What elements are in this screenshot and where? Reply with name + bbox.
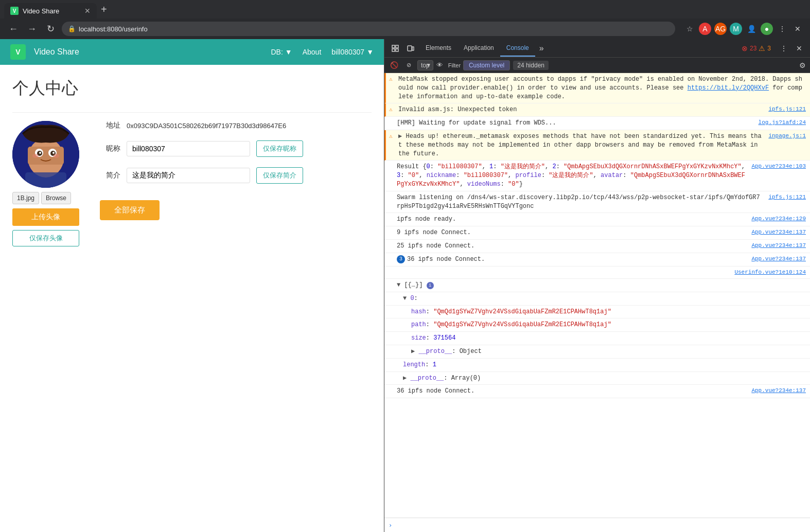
extension-icon[interactable]: ●: [761, 23, 773, 35]
tab-console[interactable]: Console: [500, 40, 535, 57]
log-source[interactable]: App.vue?234e:137: [745, 387, 806, 395]
log-source[interactable]: App.vue?234e:137: [745, 242, 806, 250]
log-entry: Userinfo.vue?1e10:124: [384, 267, 810, 279]
inspect-icon: [392, 45, 399, 52]
expand-arrow[interactable]: ▶: [403, 375, 407, 382]
metamask-link[interactable]: https://bit.ly/2QQHXvF: [688, 84, 769, 92]
log-source[interactable]: App.vue?234e:137: [745, 228, 806, 236]
nickname-row: 昵称 仅保存昵称: [100, 140, 372, 157]
log-content: [HMR] Waiting for update signal from WDS…: [397, 119, 752, 128]
clear-console-button[interactable]: 🚫: [389, 60, 400, 71]
menu-icon[interactable]: ⋮: [776, 23, 788, 35]
expand-arrow[interactable]: ▶: [411, 348, 415, 355]
log-source[interactable]: App.vue?234e:103: [745, 163, 806, 170]
log-entry: Result {0: "bill080307", 1: "这是我的简介", 2:…: [384, 161, 810, 191]
log-entry: [HMR] Waiting for update signal from WDS…: [384, 117, 810, 130]
star-icon[interactable]: ☆: [683, 23, 696, 35]
filter-toggle-button[interactable]: ⊘: [403, 60, 414, 71]
log-entry: size: 371564: [384, 332, 810, 345]
console-log: ⚠ MetaMask stopped exposing user account…: [384, 73, 810, 518]
log-content: ▶ __proto__: Array(0): [403, 374, 806, 383]
log-content: 36 ipfs node Connect.: [397, 387, 745, 396]
filter-button[interactable]: Filter: [449, 60, 460, 71]
nav-db[interactable]: DB: ▼: [271, 48, 292, 56]
more-tabs-button[interactable]: »: [535, 44, 548, 53]
url-input[interactable]: [79, 25, 669, 33]
warn-icon: ⚠: [389, 133, 393, 140]
expand-arrow[interactable]: ▼: [403, 295, 407, 302]
log-source[interactable]: log.js?1afd:24: [752, 119, 806, 127]
back-button[interactable]: ←: [6, 22, 21, 36]
tab-elements[interactable]: Elements: [419, 40, 457, 57]
nav-about[interactable]: About: [303, 48, 322, 56]
tab-close-button[interactable]: ✕: [84, 7, 91, 15]
save-bio-button[interactable]: 仅保存简介: [256, 167, 303, 184]
svg-point-10: [53, 154, 59, 158]
custom-level-button[interactable]: Custom level: [463, 60, 510, 70]
log-source[interactable]: Userinfo.vue?1e10:124: [728, 269, 806, 276]
user-avatar-icon[interactable]: 👤: [745, 23, 758, 35]
save-all-button[interactable]: 全部保存: [100, 200, 160, 220]
log-source[interactable]: ipfs.js:121: [762, 193, 806, 201]
devtools-close-btn[interactable]: ✕: [793, 42, 806, 55]
adguard-icon[interactable]: AG: [714, 23, 727, 35]
bio-row: 简介 仅保存简介: [100, 167, 372, 184]
expand-arrow[interactable]: ▶: [398, 133, 402, 140]
page-title: 个人中心: [12, 77, 372, 100]
inspect-element-button[interactable]: [389, 42, 402, 55]
browse-button[interactable]: Browse: [41, 192, 71, 204]
log-content: hash: "QmQd1gSYwZ7Vghv24VSsdGiqabUaFZmR2…: [411, 308, 806, 316]
log-content: ▼ [{…}] i: [397, 281, 806, 290]
browser-tab[interactable]: V Video Share ✕: [4, 3, 97, 19]
log-source[interactable]: App.vue?234e:137: [745, 255, 806, 263]
nickname-input[interactable]: [127, 141, 250, 156]
settings-gear-icon[interactable]: ⚙: [799, 61, 806, 69]
log-content: length: 1: [403, 361, 806, 369]
warn-icon: ⚠: [389, 106, 393, 114]
devtools-menu-button[interactable]: ⋮: [777, 42, 790, 55]
metamask-icon[interactable]: M: [730, 23, 742, 35]
devtools-tabs: Elements Application Console »: [419, 40, 739, 57]
adblock-icon[interactable]: A: [699, 23, 711, 35]
log-content: ▶ __proto__: Object: [411, 347, 806, 356]
prompt-input[interactable]: [395, 522, 806, 529]
url-input-wrap: 🔒: [62, 22, 675, 36]
tab-application[interactable]: Application: [457, 40, 500, 57]
save-avatar-button[interactable]: 仅保存头像: [12, 230, 79, 246]
nickname-label: 昵称: [100, 144, 120, 153]
url-bar: ← → ↻ 🔒 ☆ A AG M 👤 ● ⋮ ✕: [0, 19, 810, 39]
error-warn-badges: ⊗ 23 ⚠ 3: [742, 44, 771, 52]
device-icon: [407, 45, 414, 52]
new-tab-button[interactable]: +: [97, 4, 111, 15]
bio-label: 简介: [100, 171, 120, 180]
context-select[interactable]: top: [417, 60, 433, 70]
address-value: 0x093C9DA3501C580262b69f71977B30d3d98647…: [127, 122, 286, 130]
log-entry: ▼ [{…}] i: [384, 279, 810, 292]
expand-arrow[interactable]: ▼: [397, 281, 400, 289]
upload-avatar-button[interactable]: 上传头像: [12, 208, 79, 226]
log-source[interactable]: ipfs.js:121: [762, 105, 806, 113]
prompt-chevron: ›: [389, 522, 392, 529]
hidden-count-badge: 24 hidden: [513, 61, 549, 70]
devtools-close-icon[interactable]: ✕: [791, 23, 804, 35]
address-label: 地址: [100, 121, 120, 130]
log-entry: Swarm listening on /dns4/ws-star.discove…: [384, 191, 810, 214]
bio-input[interactable]: [127, 168, 250, 183]
nav-user[interactable]: bill080307 ▼: [331, 48, 374, 56]
svg-rect-17: [412, 47, 414, 50]
file-upload-row: 1B.jpg Browse: [12, 192, 79, 204]
eye-filter-button[interactable]: 👁: [434, 60, 446, 71]
log-source[interactable]: App.vue?234e:129: [745, 215, 806, 223]
reload-button[interactable]: ↻: [43, 22, 58, 36]
svg-rect-15: [396, 49, 398, 51]
forward-button[interactable]: →: [25, 22, 39, 36]
warn-icon: ⚠: [389, 76, 393, 83]
log-source[interactable]: inpage.js:1: [762, 132, 806, 140]
info-badge: i: [427, 282, 434, 289]
log-content: ▶ Heads up! ethereum._metamask exposes m…: [398, 132, 762, 158]
device-toggle-button[interactable]: [404, 42, 417, 55]
log-content: ▼ 0:: [403, 294, 806, 303]
svg-rect-12: [392, 45, 395, 48]
top-select-wrap: top ▼: [417, 60, 431, 70]
save-nickname-button[interactable]: 仅保存昵称: [256, 140, 303, 157]
